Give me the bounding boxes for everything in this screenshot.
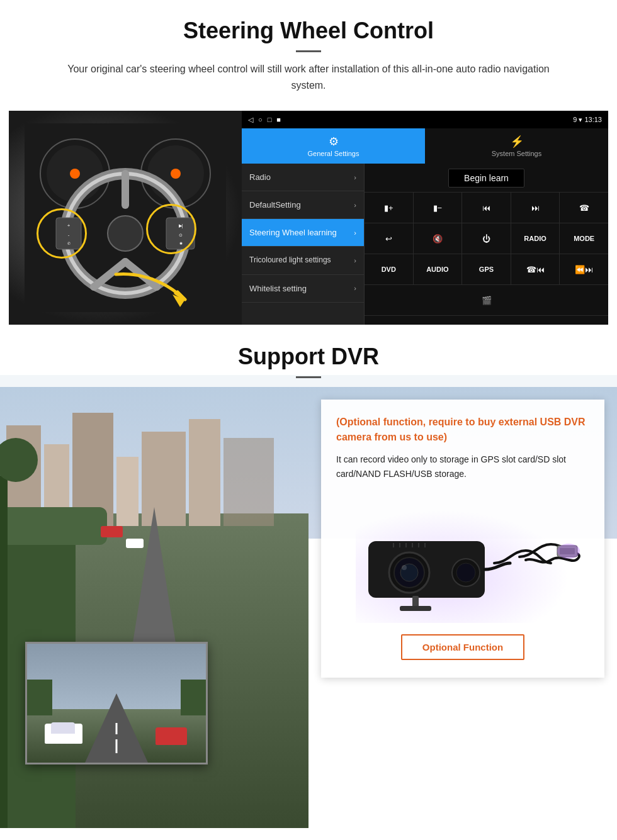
chevron-icon: › <box>354 201 356 209</box>
dvr-left-panel <box>0 387 321 815</box>
dvr-camera-icon <box>343 500 582 613</box>
swc-photo: + - ✆ ▶| ⊙ ✱ <box>9 111 242 325</box>
cam-btn[interactable]: 🎬 <box>365 285 608 315</box>
dvr-title: Support DVR <box>25 344 592 370</box>
android-status-bar: ◁ ○ □ ■ 9 ▾ 13:13 <box>242 111 608 128</box>
tab-system-settings[interactable]: ⚡ System Settings <box>425 128 608 164</box>
next-track-btn[interactable]: ⏭ <box>511 193 560 223</box>
settings-icon: ⚡ <box>510 135 524 148</box>
screenshot-icon[interactable]: ■ <box>276 116 281 124</box>
dvr-camera-area <box>336 491 589 629</box>
svg-point-35 <box>402 565 407 570</box>
menu-item-tricoloured[interactable]: Tricoloured light settings › <box>242 247 364 275</box>
status-icons: 9 ▾ 13:13 <box>573 116 602 124</box>
steering-wheel-content: Begin learn ▮+ ▮− ⏮ ⏭ ☎ ↩ <box>365 164 608 325</box>
android-tab-row: ⚙ General Settings ⚡ System Settings <box>242 128 608 164</box>
vol-plus-btn[interactable]: ▮+ <box>365 193 414 223</box>
prev-track-btn[interactable]: ⏮ <box>462 193 511 223</box>
begin-learn-row: Begin learn <box>365 164 608 193</box>
power-btn[interactable]: ⏻ <box>462 223 511 254</box>
dvr-title-divider <box>296 376 321 378</box>
tab-system-label: System Settings <box>492 150 541 157</box>
control-buttons-grid: ▮+ ▮− ⏮ ⏭ ☎ ↩ 🔇 ⏻ RADIO MODE <box>365 193 608 325</box>
svg-point-24 <box>557 544 580 559</box>
svg-rect-39 <box>400 606 431 611</box>
yellow-arrow-icon <box>110 268 198 312</box>
svg-point-6 <box>171 169 181 179</box>
home-icon[interactable]: ○ <box>258 116 263 124</box>
swc-title: Steering Wheel Control <box>25 18 592 44</box>
swc-image-area: + - ✆ ▶| ⊙ ✱ <box>9 111 608 325</box>
dvr-right-panel: (Optional function, require to buy exter… <box>321 387 617 815</box>
svg-text:✱: ✱ <box>179 242 183 245</box>
section-dvr: Support DVR <box>0 325 617 828</box>
menu-item-whitelist[interactable]: Whitelist setting › <box>242 275 364 303</box>
tab-general-settings[interactable]: ⚙ General Settings <box>242 128 425 164</box>
phone-btn[interactable]: ☎ <box>560 193 608 223</box>
prev-next-btn[interactable]: ⏪⏭ <box>560 254 608 284</box>
radio-btn[interactable]: RADIO <box>511 223 560 254</box>
dvr-info-box: (Optional function, require to buy exter… <box>321 400 604 678</box>
svg-text:✆: ✆ <box>67 242 71 245</box>
thumbnail-inner <box>27 644 206 763</box>
dvr-description: It can record video only to storage in G… <box>336 452 589 481</box>
svg-text:⊙: ⊙ <box>179 233 183 237</box>
chevron-icon: › <box>354 174 356 181</box>
dvd-btn[interactable]: DVD <box>365 254 414 284</box>
menu-item-radio[interactable]: Radio › <box>242 164 364 191</box>
status-time: 9 ▾ 13:13 <box>573 116 602 124</box>
chevron-icon: › <box>354 284 356 292</box>
wheel-background: + - ✆ ▶| ⊙ ✱ <box>9 111 242 325</box>
svg-point-3 <box>70 169 80 179</box>
android-body: Radio › DefaultSetting › Steering Wheel … <box>242 164 608 325</box>
menu-item-default-setting[interactable]: DefaultSetting › <box>242 191 364 219</box>
back-call-btn[interactable]: ↩ <box>365 223 414 254</box>
swc-description: Your original car's steering wheel contr… <box>50 61 567 93</box>
svg-point-37 <box>456 563 475 582</box>
mute-btn[interactable]: 🔇 <box>414 223 463 254</box>
gps-btn[interactable]: GPS <box>462 254 511 284</box>
section-steering-wheel: Steering Wheel Control Your original car… <box>0 0 617 325</box>
ctrl-row-4: 🎬 <box>365 285 608 316</box>
back-icon[interactable]: ◁ <box>248 116 253 124</box>
swc-title-divider <box>296 50 321 52</box>
recents-icon[interactable]: □ <box>268 116 272 124</box>
dvr-header: Support DVR <box>0 325 617 387</box>
ctrl-row-1: ▮+ ▮− ⏮ ⏭ ☎ <box>365 193 608 223</box>
svg-text:▶|: ▶| <box>179 223 183 228</box>
vol-minus-btn[interactable]: ▮− <box>414 193 463 223</box>
chevron-icon: › <box>354 229 356 237</box>
menu-item-steering-wheel[interactable]: Steering Wheel learning › <box>242 219 364 247</box>
dvr-optional-text: (Optional function, require to buy exter… <box>336 415 589 445</box>
chevron-icon: › <box>354 256 356 265</box>
ctrl-row-2: ↩ 🔇 ⏻ RADIO MODE <box>365 223 608 254</box>
android-ui-panel: ◁ ○ □ ■ 9 ▾ 13:13 ⚙ General Settings ⚡ S… <box>242 111 608 325</box>
nav-icons: ◁ ○ □ ■ <box>248 116 281 124</box>
optional-function-button[interactable]: Optional Function <box>401 634 524 660</box>
gear-icon: ⚙ <box>329 135 339 148</box>
begin-learn-button[interactable]: Begin learn <box>448 169 524 188</box>
settings-menu: Radio › DefaultSetting › Steering Wheel … <box>242 164 365 325</box>
audio-btn[interactable]: AUDIO <box>414 254 463 284</box>
phone-prev-btn[interactable]: ☎⏮ <box>511 254 560 284</box>
dvr-camera-thumbnail <box>25 642 208 764</box>
swc-header: Steering Wheel Control Your original car… <box>0 0 617 99</box>
dvr-content-area: (Optional function, require to buy exter… <box>0 387 617 815</box>
ctrl-row-3: DVD AUDIO GPS ☎⏮ ⏪⏭ <box>365 254 608 285</box>
mode-btn[interactable]: MODE <box>560 223 608 254</box>
svg-text:-: - <box>68 232 70 238</box>
svg-text:+: + <box>67 223 71 228</box>
svg-point-12 <box>108 216 143 251</box>
tab-general-label: General Settings <box>308 150 359 157</box>
